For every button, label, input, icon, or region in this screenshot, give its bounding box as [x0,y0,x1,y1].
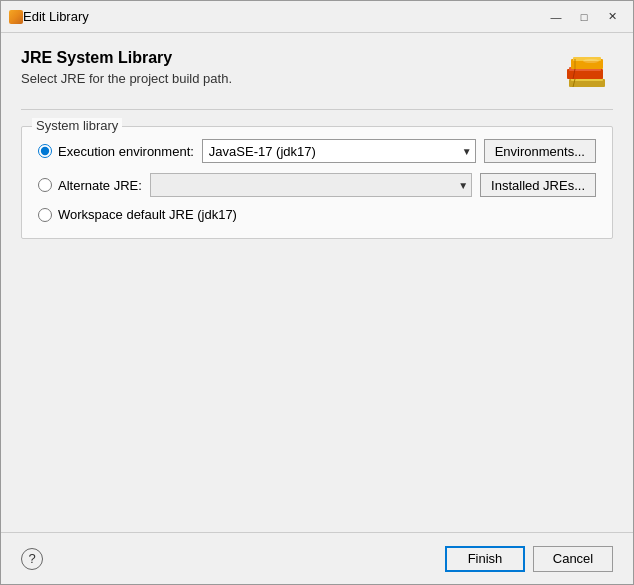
execution-env-select-wrapper: JavaSE-17 (jdk17) ▼ [202,139,476,163]
window-icon [9,10,23,24]
alternate-jre-select-wrapper: ▼ [150,173,472,197]
bottom-bar: ? Finish Cancel [1,532,633,584]
title-bar: Edit Library — □ ✕ [1,1,633,33]
library-icon [561,49,613,97]
minimize-button[interactable]: — [543,7,569,27]
page-title: JRE System Library [21,49,561,67]
system-library-group: System library Execution environment: Ja… [21,126,613,239]
execution-env-text: Execution environment: [58,144,194,159]
workspace-default-text: Workspace default JRE (jdk17) [58,207,237,222]
header-text: JRE System Library Select JRE for the pr… [21,49,561,86]
header-divider [21,109,613,110]
workspace-default-row: Workspace default JRE (jdk17) [38,207,596,222]
execution-env-row: Execution environment: JavaSE-17 (jdk17)… [38,139,596,163]
page-subtitle: Select JRE for the project build path. [21,71,561,86]
workspace-default-radio[interactable] [38,208,52,222]
edit-library-dialog: Edit Library — □ ✕ JRE System Library Se… [0,0,634,585]
execution-env-select[interactable]: JavaSE-17 (jdk17) [202,139,476,163]
page-header: JRE System Library Select JRE for the pr… [21,49,613,97]
alternate-jre-text: Alternate JRE: [58,178,142,193]
dialog-buttons: Finish Cancel [445,546,613,572]
maximize-button[interactable]: □ [571,7,597,27]
window-controls: — □ ✕ [543,7,625,27]
svg-point-9 [583,59,599,63]
group-legend: System library [32,118,122,133]
installed-jres-button[interactable]: Installed JREs... [480,173,596,197]
workspace-default-label[interactable]: Workspace default JRE (jdk17) [38,207,237,222]
environments-button[interactable]: Environments... [484,139,596,163]
execution-env-label[interactable]: Execution environment: [38,144,194,159]
cancel-button[interactable]: Cancel [533,546,613,572]
main-content: JRE System Library Select JRE for the pr… [1,33,633,532]
execution-env-radio[interactable] [38,144,52,158]
alternate-jre-radio[interactable] [38,178,52,192]
finish-button[interactable]: Finish [445,546,525,572]
alternate-jre-row: Alternate JRE: ▼ Installed JREs... [38,173,596,197]
title-bar-text: Edit Library [23,9,543,24]
close-button[interactable]: ✕ [599,7,625,27]
help-button[interactable]: ? [21,548,43,570]
alternate-jre-label[interactable]: Alternate JRE: [38,178,142,193]
content-spacer [21,247,613,516]
alternate-jre-select[interactable] [150,173,472,197]
